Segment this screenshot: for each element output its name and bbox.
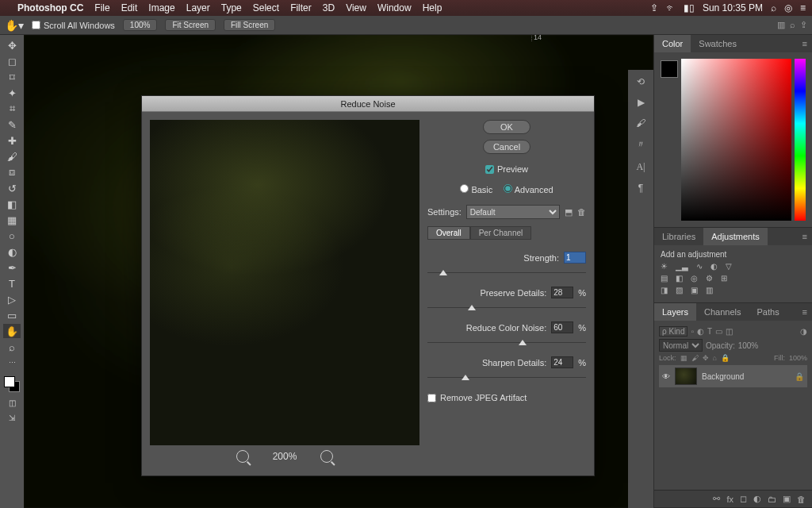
panel-menu-icon[interactable]: ≡ [798,232,812,241]
filter-adjust-icon[interactable]: ◐ [697,327,704,336]
menu-image[interactable]: Image [148,2,174,13]
tool-shape[interactable]: ▭ [3,308,21,322]
menu-type[interactable]: Type [221,2,242,13]
fill-value[interactable]: 100% [789,354,807,362]
wifi-icon[interactable]: ᯤ [666,2,676,13]
menu-window[interactable]: Window [377,2,412,13]
color-swatch-pair[interactable] [4,376,20,392]
tool-stamp[interactable]: ⧈ [3,165,21,179]
mask-icon[interactable]: ◻ [740,494,747,504]
tool-eyedrop[interactable]: ✎ [3,117,21,132]
workspace-icon[interactable]: ▥ [777,20,785,30]
reduce-field[interactable] [551,321,573,333]
scroll-all-windows-checkbox[interactable]: Scroll All Windows [32,21,115,30]
fx-icon[interactable]: fx [726,495,733,504]
dialog-preview-image[interactable] [150,120,419,445]
tab-swatches[interactable]: Swatches [691,35,745,52]
app-name[interactable]: Photoshop CC [17,2,83,13]
filter-pixel-icon[interactable]: ▫ [691,327,694,336]
adj-hue-icon[interactable]: ▤ [661,274,668,283]
filter-toggle-icon[interactable]: ◑ [800,327,807,336]
trash-icon[interactable]: 🗑 [797,495,806,504]
fill-screen-button[interactable]: Fill Screen [224,19,275,31]
menu-view[interactable]: View [346,2,366,13]
lock-paint-icon[interactable]: 🖌 [691,354,699,362]
tool-marquee[interactable]: ◻ [3,54,21,68]
sharpen-field[interactable] [551,356,573,368]
lock-nest-icon[interactable]: ⌂ [713,354,717,362]
tool-brush[interactable]: 🖌 [3,149,21,164]
adj-brightness-icon[interactable]: ☀ [661,262,668,271]
filter-type-icon[interactable]: T [707,327,712,336]
save-preset-icon[interactable]: ⬒ [565,207,573,217]
adj-curves-icon[interactable]: ∿ [696,262,703,271]
panel-menu-icon[interactable]: ≡ [798,307,812,317]
visibility-icon[interactable]: 👁 [662,372,670,381]
siri-icon[interactable]: ◎ [784,2,792,13]
tool-heal[interactable]: ✚ [3,133,21,148]
foreground-color[interactable] [661,60,678,78]
subtab-overall[interactable]: Overall [427,226,470,240]
adj-bw-icon[interactable]: ◧ [676,274,683,283]
tool-history-brush[interactable]: ↺ [3,181,21,195]
settings-select[interactable]: Default [466,205,560,219]
tool-blur[interactable]: ○ [3,229,21,243]
basic-radio[interactable]: Basic [460,184,492,194]
strength-field[interactable] [564,252,586,264]
group-icon[interactable]: 🗀 [768,495,776,504]
share-icon[interactable]: ⇪ [800,20,807,30]
advanced-radio[interactable]: Advanced [504,184,553,194]
tool-wand[interactable]: ✦ [3,86,21,100]
search-app-icon[interactable]: ⌕ [790,20,795,30]
preserve-slider[interactable] [427,300,586,308]
strength-slider[interactable] [427,265,586,273]
tool-crop[interactable]: ⌗ [3,102,21,116]
tab-libraries[interactable]: Libraries [654,228,703,245]
zoom-in-icon[interactable] [320,450,333,463]
menu-help[interactable]: Help [423,2,442,13]
battery-icon[interactable]: ▮▯ [684,2,695,13]
remove-jpeg-checkbox[interactable]: Remove JPEG Artifact [427,393,586,402]
trash-preset-icon[interactable]: 🗑 [577,207,586,217]
tool-gradient[interactable]: ▦ [3,213,21,227]
tool-move[interactable]: ✥ [3,38,21,52]
menu-select[interactable]: Select [253,2,279,13]
adj-photo-filter-icon[interactable]: ◎ [691,274,698,283]
menu-edit[interactable]: Edit [121,2,138,13]
menu-filter[interactable]: Filter [290,2,312,13]
tool-zoom[interactable]: ⌕ [3,340,21,354]
screen-mode-icon[interactable]: ⇲ [9,414,15,422]
reduce-slider[interactable] [427,335,586,343]
adj-posterize-icon[interactable]: ▨ [676,286,683,294]
lock-all-icon[interactable]: 🔒 [721,354,730,362]
new-layer-icon[interactable]: ▣ [783,494,791,504]
tab-paths[interactable]: Paths [749,303,787,321]
menu-layer[interactable]: Layer [186,2,210,13]
color-field[interactable] [681,59,791,221]
history-panel-icon[interactable]: ⟲ [633,76,649,87]
char-panel-icon[interactable]: A| [633,161,649,173]
lock-trans-icon[interactable]: ▦ [680,354,688,362]
tool-path[interactable]: ▷ [3,292,21,306]
adj-invert-icon[interactable]: ◨ [661,286,668,294]
brush-presets-icon[interactable]: 〃 [633,138,649,152]
search-icon[interactable]: ⌕ [771,2,776,13]
tool-dodge[interactable]: ◐ [3,244,21,259]
tool-type[interactable]: T [3,276,21,291]
panel-menu-icon[interactable]: ≡ [798,39,812,48]
clock[interactable]: Sun 10:35 PM [703,2,763,13]
adj-lookup-icon[interactable]: ⊞ [721,274,727,283]
fit-screen-button[interactable]: Fit Screen [165,19,216,31]
adj-exposure-icon[interactable]: ◐ [710,262,718,271]
new-fill-icon[interactable]: ◐ [753,494,761,504]
filter-shape-icon[interactable]: ▭ [715,327,722,336]
opacity-value[interactable]: 100% [738,341,759,350]
layer-filter-kind[interactable]: ρ Kind [659,326,688,337]
adj-mixer-icon[interactable]: ⚙ [706,274,713,283]
preview-checkbox[interactable] [485,165,494,174]
tab-adjustments[interactable]: Adjustments [703,228,768,245]
notifications-icon[interactable]: ≡ [800,2,806,13]
quick-mask-icon[interactable]: ◫ [9,398,16,407]
sharpen-slider[interactable] [427,370,586,378]
tab-channels[interactable]: Channels [696,303,749,321]
